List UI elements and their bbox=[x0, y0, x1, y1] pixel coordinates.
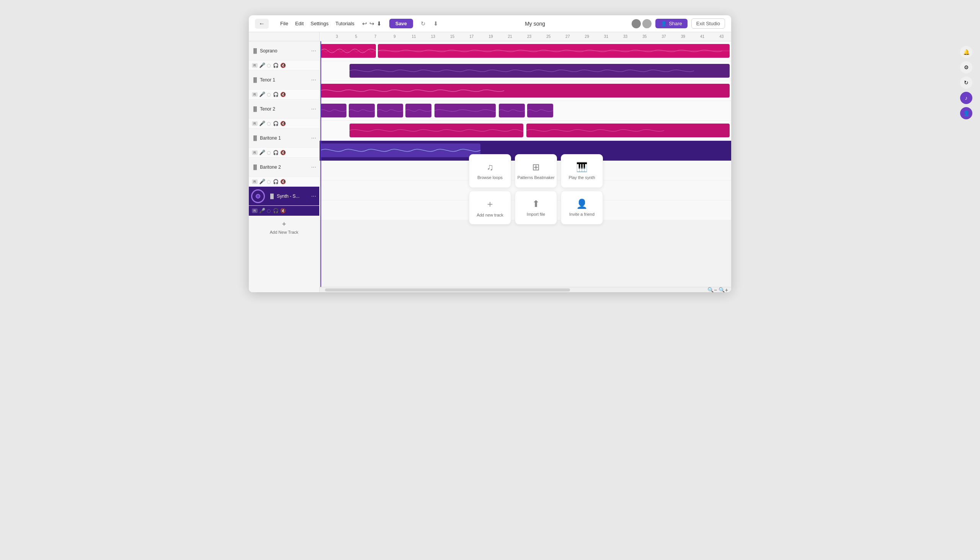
track-more-tenor2[interactable]: ··· bbox=[311, 105, 316, 112]
headphone-icon-soprano[interactable]: 🎧 bbox=[273, 63, 279, 68]
segment-baritone1-3[interactable] bbox=[377, 104, 403, 117]
tutorials-menu[interactable]: Tutorials bbox=[335, 21, 354, 27]
scrollbar-thumb[interactable] bbox=[325, 288, 570, 292]
file-menu[interactable]: File bbox=[280, 21, 288, 27]
vol-icon-tenor1[interactable]: ◌ bbox=[267, 92, 271, 97]
segment-baritone1-5[interactable] bbox=[435, 104, 496, 117]
track-rows-container: ♫ Browse loops ⊞ Patterns Beatmaker 🎹 Pl… bbox=[319, 41, 731, 287]
add-new-track-button[interactable]: + Add New Track bbox=[249, 216, 319, 239]
headphone-icon-tenor1[interactable]: 🎧 bbox=[273, 92, 279, 97]
r-badge-soprano[interactable]: R bbox=[252, 63, 258, 68]
headphone-icon-tenor2[interactable]: 🎧 bbox=[273, 121, 279, 126]
ruler-numbers: 3 5 7 9 11 13 15 17 19 21 23 25 27 29 31… bbox=[324, 32, 731, 41]
share-button[interactable]: 👤 Share bbox=[656, 19, 687, 28]
track-row-baritone1[interactable] bbox=[319, 101, 731, 121]
segment-baritone1-7[interactable] bbox=[527, 104, 553, 117]
exit-studio-button[interactable]: Exit Studio bbox=[691, 18, 725, 29]
ruler-31: 31 bbox=[596, 35, 615, 38]
mute-icon-tenor2[interactable]: 🔇 bbox=[280, 121, 286, 126]
headphone-icon-baritone2[interactable]: 🎧 bbox=[273, 179, 279, 184]
grid-icon: ⊞ bbox=[532, 162, 540, 173]
track-row-soprano[interactable] bbox=[319, 41, 731, 61]
track-more-soprano[interactable]: ··· bbox=[311, 47, 316, 54]
vol-icon-baritone2[interactable]: ◌ bbox=[267, 179, 271, 184]
vol-icon-synth[interactable]: ◌ bbox=[267, 208, 271, 213]
r-badge-tenor2[interactable]: R bbox=[252, 121, 258, 126]
segment-baritone1-1[interactable] bbox=[320, 104, 346, 117]
headphone-icon-synth[interactable]: 🎧 bbox=[273, 208, 279, 213]
track-row-baritone2[interactable] bbox=[319, 121, 731, 141]
headphone-icon-baritone1[interactable]: 🎧 bbox=[273, 150, 279, 155]
voice-icon-baritone2[interactable]: 🎤 bbox=[259, 178, 265, 184]
track-row-tenor2[interactable] bbox=[319, 81, 731, 101]
ruler-39: 39 bbox=[673, 35, 692, 38]
synth-knob[interactable] bbox=[251, 189, 265, 203]
r-badge-tenor1[interactable]: R bbox=[252, 92, 258, 97]
add-new-track-card[interactable]: ＋ Add new track bbox=[469, 191, 511, 225]
invite-friend-label: Invite a friend bbox=[569, 212, 595, 217]
track-more-tenor1[interactable]: ··· bbox=[311, 77, 316, 83]
patterns-beatmaker-card[interactable]: ⊞ Patterns Beatmaker bbox=[515, 154, 557, 188]
segment-tenor1[interactable] bbox=[350, 64, 730, 78]
voice-icon-soprano[interactable]: 🎤 bbox=[259, 62, 265, 68]
action-cards-grid: ♫ Browse loops ⊞ Patterns Beatmaker 🎹 Pl… bbox=[469, 154, 604, 225]
download-button[interactable]: ⬇ bbox=[377, 20, 382, 27]
vol-icon-tenor2[interactable]: ◌ bbox=[267, 121, 271, 126]
add-new-track-card-label: Add new track bbox=[477, 212, 503, 218]
bars-icon-baritone1: ▐▌ bbox=[252, 135, 258, 141]
ruler-37: 37 bbox=[654, 35, 673, 38]
segment-baritone1-2[interactable] bbox=[349, 104, 375, 117]
edit-menu[interactable]: Edit bbox=[295, 21, 304, 27]
segment-soprano-1[interactable] bbox=[320, 44, 376, 58]
segment-baritone1-4[interactable] bbox=[405, 104, 431, 117]
segment-baritone1-6[interactable] bbox=[499, 104, 525, 117]
segment-synth[interactable] bbox=[320, 143, 480, 157]
download2-button[interactable]: ⬇ bbox=[433, 20, 438, 27]
person-add-icon: 👤 bbox=[576, 198, 588, 209]
voice-icon-tenor1[interactable]: 🎤 bbox=[259, 92, 265, 97]
track-item-tenor1: ▐▌ Tenor 1 ··· bbox=[249, 70, 319, 90]
import-file-card[interactable]: ⬆ Import file bbox=[515, 191, 557, 225]
r-badge-baritone2[interactable]: R bbox=[252, 179, 258, 184]
add-track-label: Add New Track bbox=[270, 230, 299, 235]
mute-icon-baritone1[interactable]: 🔇 bbox=[280, 150, 286, 155]
save-button[interactable]: Save bbox=[389, 19, 413, 28]
vol-icon-baritone1[interactable]: ◌ bbox=[267, 150, 271, 155]
mute-icon-synth[interactable]: 🔇 bbox=[280, 208, 286, 213]
voice-icon-tenor2[interactable]: 🎤 bbox=[259, 120, 265, 126]
settings-menu[interactable]: Settings bbox=[311, 21, 328, 27]
ruler-29: 29 bbox=[577, 35, 596, 38]
track-name-synth: Synth - S... bbox=[277, 193, 311, 199]
zoom-in-button[interactable]: 🔍+ bbox=[719, 287, 728, 293]
invite-friend-card[interactable]: 👤 Invite a friend bbox=[561, 191, 603, 225]
mute-icon-tenor1[interactable]: 🔇 bbox=[280, 92, 286, 97]
segment-baritone2-1[interactable] bbox=[350, 123, 523, 137]
mute-icon-soprano[interactable]: 🔇 bbox=[280, 63, 286, 68]
redo-button[interactable]: ↪ bbox=[370, 20, 375, 27]
r-badge-synth[interactable]: R bbox=[252, 208, 258, 213]
track-row-tenor1[interactable] bbox=[319, 61, 731, 81]
vol-icon-soprano[interactable]: ◌ bbox=[267, 63, 271, 68]
segment-baritone2-2[interactable] bbox=[526, 123, 730, 137]
ruler-41: 41 bbox=[692, 35, 712, 38]
voice-icon-baritone1[interactable]: 🎤 bbox=[259, 150, 265, 155]
mute-icon-baritone2[interactable]: 🔇 bbox=[280, 179, 286, 184]
voice-icon-synth[interactable]: 🎤 bbox=[259, 208, 265, 213]
horizontal-scrollbar[interactable]: 🔍− 🔍+ bbox=[319, 287, 731, 292]
segment-tenor2[interactable] bbox=[320, 84, 730, 98]
sync-button[interactable]: ↻ bbox=[421, 20, 426, 27]
timeline-ruler: 3 5 7 9 11 13 15 17 19 21 23 25 27 29 31… bbox=[319, 32, 731, 41]
play-synth-card[interactable]: 🎹 Play the synth bbox=[561, 154, 603, 188]
track-item-soprano: ▐▌ Soprano ··· bbox=[249, 41, 319, 60]
track-more-synth[interactable]: ··· bbox=[311, 193, 316, 200]
back-button[interactable]: ← bbox=[255, 19, 269, 29]
undo-button[interactable]: ↩ bbox=[362, 20, 367, 27]
zoom-out-button[interactable]: 🔍− bbox=[707, 287, 717, 293]
segment-soprano-2[interactable] bbox=[378, 44, 730, 58]
track-more-baritone1[interactable]: ··· bbox=[311, 135, 316, 142]
browse-loops-card[interactable]: ♫ Browse loops bbox=[469, 154, 511, 188]
ruler-27: 27 bbox=[558, 35, 577, 38]
track-more-baritone2[interactable]: ··· bbox=[311, 164, 316, 171]
browse-loops-label: Browse loops bbox=[477, 175, 503, 180]
r-badge-baritone1[interactable]: R bbox=[252, 150, 258, 155]
